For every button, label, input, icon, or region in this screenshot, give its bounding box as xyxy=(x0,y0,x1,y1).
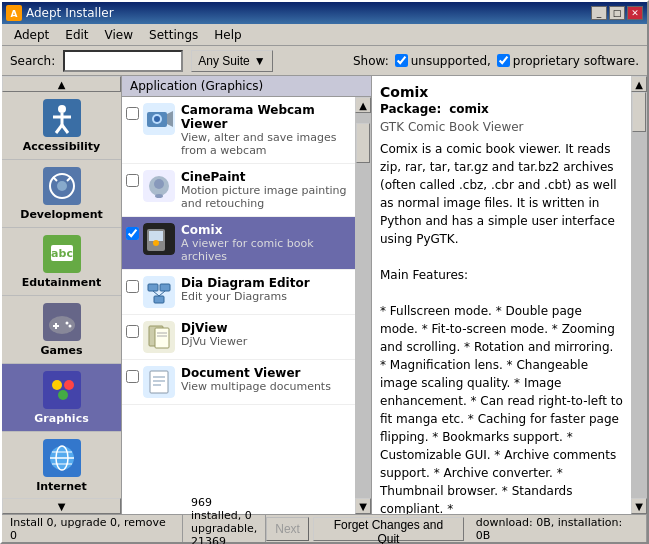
window-controls: _ □ ✕ xyxy=(591,6,643,20)
app-item-dia[interactable]: Dia Diagram Editor Edit your Diagrams xyxy=(122,270,355,315)
svg-point-10 xyxy=(57,181,67,191)
sidebar-label-development: Development xyxy=(20,208,102,221)
app-item-djview[interactable]: DjView DjVu Viewer xyxy=(122,315,355,360)
cinepaint-checkbox[interactable] xyxy=(126,174,139,187)
comix-checkbox[interactable] xyxy=(126,227,139,240)
menu-help[interactable]: Help xyxy=(206,26,249,44)
svg-rect-49 xyxy=(160,284,170,291)
description-scroll: Comix Package: comix GTK Comic Book View… xyxy=(372,76,631,514)
install-status-text: Install 0, upgrade 0, remove 0 xyxy=(10,516,174,542)
toolbar: Search: Any Suite ▼ Show: unsupported, p… xyxy=(2,46,647,76)
titlebar-left: A Adept Installer xyxy=(6,5,114,21)
dia-desc: Edit your Diagrams xyxy=(181,290,351,303)
dia-checkbox[interactable] xyxy=(126,280,139,293)
menu-adept[interactable]: Adept xyxy=(6,26,57,44)
desc-scroll-thumb[interactable] xyxy=(632,92,646,132)
sidebar-item-games[interactable]: Games xyxy=(2,296,121,364)
close-button[interactable]: ✕ xyxy=(627,6,643,20)
sidebar-item-edutainment[interactable]: abc Edutainment xyxy=(2,228,121,296)
cinepaint-text: CinePaint Motion picture image painting … xyxy=(181,170,351,210)
app-list-section: Application (Graphics) xyxy=(122,76,372,514)
camorama-text: Camorama Webcam Viewer View, alter and s… xyxy=(181,103,351,157)
app-item-comix[interactable]: Comix A viewer for comic book archives xyxy=(122,217,355,270)
svg-rect-55 xyxy=(155,328,169,348)
app-item-cinepaint[interactable]: CinePaint Motion picture image painting … xyxy=(122,164,355,217)
comix-desc: A viewer for comic book archives xyxy=(181,237,351,263)
cinepaint-name: CinePaint xyxy=(181,170,351,184)
search-label: Search: xyxy=(10,54,55,68)
desc-scroll-track[interactable] xyxy=(631,92,647,498)
sidebar: ▲ Accessibility xyxy=(2,76,122,514)
suite-dropdown-wrapper: Any Suite ▼ xyxy=(191,50,272,72)
menu-view[interactable]: View xyxy=(97,26,141,44)
svg-point-21 xyxy=(68,325,71,328)
desc-scroll-up[interactable]: ▲ xyxy=(631,76,647,92)
forget-button[interactable]: Forget Changes and Quit xyxy=(313,517,464,541)
app-item-camorama[interactable]: Camorama Webcam Viewer View, alter and s… xyxy=(122,97,355,164)
camorama-icon xyxy=(143,103,175,135)
menu-edit[interactable]: Edit xyxy=(57,26,96,44)
sidebar-label-games: Games xyxy=(41,344,83,357)
menubar: Adept Edit View Settings Help xyxy=(2,24,647,46)
scroll-thumb[interactable] xyxy=(356,123,370,163)
show-section: Show: unsupported, proprietary software. xyxy=(353,54,639,68)
app-list-scrollbar: ▲ ▼ xyxy=(355,97,371,514)
app-icon: A xyxy=(6,5,22,21)
main-window: A Adept Installer _ □ ✕ Adept Edit View … xyxy=(0,0,649,544)
package-label: Package: xyxy=(380,102,441,116)
desc-scrollbar: ▲ ▼ xyxy=(631,76,647,514)
svg-point-3 xyxy=(58,105,66,113)
games-icon xyxy=(42,302,82,342)
desc-body: Comix is a comic book viewer. It reads z… xyxy=(380,140,623,514)
camorama-desc: View, alter and save images from a webca… xyxy=(181,131,351,157)
app-list: Camorama Webcam Viewer View, alter and s… xyxy=(122,97,355,514)
dia-icon xyxy=(143,276,175,308)
docviewer-checkbox[interactable] xyxy=(126,370,139,383)
comix-text: Comix A viewer for comic book archives xyxy=(181,223,351,263)
sidebar-item-development[interactable]: Development xyxy=(2,160,121,228)
maximize-button[interactable]: □ xyxy=(609,6,625,20)
djview-desc: DjVu Viewer xyxy=(181,335,351,348)
djview-checkbox[interactable] xyxy=(126,325,139,338)
desc-title: Comix xyxy=(380,84,623,100)
accessibility-icon xyxy=(42,98,82,138)
scroll-up-arrow[interactable]: ▲ xyxy=(355,97,371,113)
desc-scroll-down[interactable]: ▼ xyxy=(631,498,647,514)
svg-rect-48 xyxy=(148,284,158,291)
svg-text:abc: abc xyxy=(51,247,73,260)
available-status: 969 installed, 0 upgradable, 21369 avail… xyxy=(183,515,266,542)
sidebar-scroll-down[interactable]: ▼ xyxy=(2,498,121,514)
djview-icon xyxy=(143,321,175,353)
minimize-button[interactable]: _ xyxy=(591,6,607,20)
sidebar-scroll-up[interactable]: ▲ xyxy=(2,76,121,92)
proprietary-checkbox[interactable] xyxy=(497,54,510,67)
graphics-icon xyxy=(42,370,82,410)
app-list-header: Application (Graphics) xyxy=(122,76,371,97)
search-input[interactable] xyxy=(63,50,183,72)
svg-point-24 xyxy=(64,380,74,390)
edutainment-icon: abc xyxy=(42,234,82,274)
statusbar: Install 0, upgrade 0, remove 0 969 insta… xyxy=(2,514,647,542)
sidebar-item-internet[interactable]: Internet xyxy=(2,432,121,498)
show-unsupported: unsupported, xyxy=(395,54,491,68)
sidebar-label-edutainment: Edutainment xyxy=(22,276,102,289)
djview-name: DjView xyxy=(181,321,351,335)
sidebar-item-graphics[interactable]: Graphics xyxy=(2,364,121,432)
svg-rect-50 xyxy=(154,296,164,303)
proprietary-label: proprietary software. xyxy=(513,54,639,68)
suite-dropdown[interactable]: Any Suite ▼ xyxy=(191,50,272,72)
menu-settings[interactable]: Settings xyxy=(141,26,206,44)
titlebar: A Adept Installer _ □ ✕ xyxy=(2,2,647,24)
sidebar-item-accessibility[interactable]: Accessibility xyxy=(2,92,121,160)
content-pane: Application (Graphics) xyxy=(122,76,647,514)
unsupported-label: unsupported, xyxy=(411,54,491,68)
svg-rect-59 xyxy=(150,371,168,393)
camorama-checkbox[interactable] xyxy=(126,107,139,120)
unsupported-checkbox[interactable] xyxy=(395,54,408,67)
svg-point-42 xyxy=(155,194,163,198)
svg-point-37 xyxy=(154,116,160,122)
scroll-down-arrow[interactable]: ▼ xyxy=(355,498,371,514)
next-button[interactable]: Next xyxy=(266,517,309,541)
app-item-docviewer[interactable]: Document Viewer View multipage documents xyxy=(122,360,355,405)
scroll-track[interactable] xyxy=(355,113,371,498)
